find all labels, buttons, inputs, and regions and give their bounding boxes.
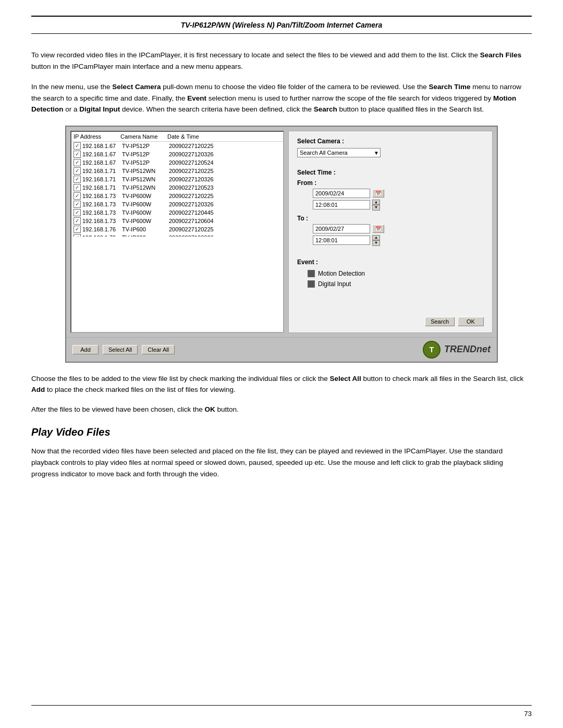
bold-select-camera: Select Camera — [112, 83, 161, 91]
from-calendar-button[interactable]: 📅 — [372, 189, 384, 198]
clear-all-button[interactable]: Clear All — [142, 345, 175, 354]
row-date: 20090227120523 — [169, 184, 281, 191]
event-label: Event : — [297, 258, 484, 266]
row-camera: TV-IP600 — [122, 226, 169, 232]
row-checkbox[interactable]: ✓ — [74, 142, 81, 150]
row-checkbox[interactable]: ✓ — [74, 167, 81, 175]
dialog-inner: IP Address Camera Name Date & Time ✓ 192… — [66, 127, 497, 337]
to-time-down-button[interactable]: ▼ — [372, 240, 380, 245]
table-row[interactable]: ✓ 192.168.1.67 TV-IP512P 20090227120524 — [71, 158, 283, 167]
table-row[interactable]: ✓ 192.168.1.76 TV-IP600 20090227120225 — [71, 225, 283, 233]
search-button[interactable]: Search — [425, 317, 455, 326]
to-time-input[interactable] — [313, 236, 370, 245]
from-time-input[interactable] — [313, 200, 370, 209]
row-camera: TV-IP512WN — [122, 168, 169, 174]
camera-select[interactable]: Search All Camera 192.168.1.67 192.168.1… — [297, 148, 381, 157]
to-time-row: ▲ ▼ — [313, 235, 484, 246]
row-checkbox[interactable]: ✓ — [74, 209, 81, 216]
row-ip: 192.168.1.73 — [82, 201, 122, 207]
row-checkbox[interactable]: ✓ — [74, 159, 81, 166]
bold-search: Search — [314, 105, 337, 113]
row-checkbox[interactable]: ✓ — [74, 184, 81, 191]
row-date: 20090227120225 — [169, 226, 281, 232]
table-row[interactable]: ✓ 192.168.1.67 TV-IP512P 20090227120225 — [71, 142, 283, 150]
bold-add: Add — [31, 386, 45, 393]
file-table-body: ✓ 192.168.1.67 TV-IP512P 20090227120225 … — [71, 142, 283, 237]
digital-input-option[interactable]: Digital Input — [308, 280, 484, 288]
row-camera: TV-IP600W — [122, 209, 169, 216]
footer-rule — [31, 705, 532, 706]
row-checkbox[interactable]: ✓ — [74, 217, 81, 225]
row-ip: 192.168.1.76 — [82, 226, 122, 232]
col-header-date: Date & Time — [167, 133, 281, 140]
table-row[interactable]: ✓ 192.168.1.71 TV-IP512WN 20090227120225 — [71, 167, 283, 175]
row-camera: TV-IP512WN — [122, 176, 169, 182]
table-row[interactable]: ✓ 192.168.1.71 TV-IP512WN 20090227120523 — [71, 183, 283, 192]
file-list-panel: IP Address Camera Name Date & Time ✓ 192… — [70, 131, 284, 333]
row-ip: 192.168.1.71 — [82, 176, 122, 182]
svg-text:T: T — [430, 346, 434, 354]
from-time-down-button[interactable]: ▼ — [372, 205, 380, 210]
row-ip: 192.168.1.67 — [82, 143, 122, 149]
row-checkbox[interactable]: ✓ — [74, 151, 81, 158]
follow-up-para-2: After the files to be viewed have been c… — [31, 404, 532, 415]
to-time-spinner: ▲ ▼ — [372, 235, 380, 246]
camera-dropdown-row: Search All Camera 192.168.1.67 192.168.1… — [297, 148, 484, 157]
table-row[interactable]: ✓ 192.168.1.73 TV-IP600W 20090227120604 — [71, 217, 283, 225]
row-date: 20090227120524 — [169, 159, 281, 166]
row-camera: TV-IP512P — [122, 159, 169, 166]
from-date-input[interactable] — [313, 189, 370, 198]
col-header-name: Camera Name — [120, 133, 167, 140]
row-date: 20090227120225 — [169, 143, 281, 149]
trendnet-logo: T TRENDnet — [422, 340, 491, 359]
row-camera: TV-IP512P — [122, 143, 169, 149]
intro-para-2: In the new menu, use the Select Camera p… — [31, 81, 532, 115]
row-ip: 192.168.1.73 — [82, 209, 122, 216]
motion-detection-label: Motion Detection — [318, 270, 365, 277]
footer-page-number: 73 — [0, 710, 563, 728]
row-ip: 192.168.1.73 — [82, 218, 122, 224]
table-row[interactable]: ✓ 192.168.1.73 TV-IP600W 20090227120326 — [71, 200, 283, 208]
row-checkbox[interactable]: ✓ — [74, 192, 81, 200]
to-time-up-button[interactable]: ▲ — [372, 235, 380, 240]
from-time-up-button[interactable]: ▲ — [372, 200, 380, 205]
row-camera: TV-IP512P — [122, 151, 169, 157]
select-all-button[interactable]: Select All — [103, 345, 138, 354]
digital-input-checkbox[interactable] — [308, 280, 315, 288]
motion-detection-checkbox[interactable] — [308, 270, 315, 277]
from-label: From : — [297, 179, 484, 187]
row-checkbox[interactable]: ✓ — [74, 176, 81, 183]
dialog-bottom-bar: Add Select All Clear All T TRENDnet — [66, 337, 497, 362]
add-button[interactable]: Add — [72, 345, 99, 354]
select-time-section: Select Time : From : 📅 ▲ — [297, 166, 484, 246]
table-row[interactable]: ✓ 192.168.1.73 TV-IP600W 20090227120445 — [71, 208, 283, 217]
to-date-input[interactable] — [313, 224, 370, 233]
row-camera: TV-IP600W — [122, 193, 169, 199]
to-date-row: 📅 — [313, 224, 484, 233]
bold-search-files: Search Files — [480, 51, 522, 59]
table-row[interactable]: ✓ 192.168.1.73 TV-IP600W 20090227120225 — [71, 192, 283, 200]
trendnet-logo-icon: T — [422, 340, 441, 359]
bold-digital-input: Digital Input — [79, 105, 120, 113]
ok-button[interactable]: OK — [458, 317, 484, 326]
col-header-ip: IP Address — [74, 133, 120, 140]
trendnet-text: TRENDnet — [444, 344, 491, 355]
row-date: 20090227120604 — [169, 218, 281, 224]
bold-select-all: Select All — [330, 375, 361, 382]
row-date: 20090227120445 — [169, 209, 281, 216]
row-checkbox[interactable]: ✓ — [74, 201, 81, 208]
row-checkbox[interactable]: ✓ — [74, 226, 81, 233]
table-row[interactable]: ✓ 192.168.1.71 TV-IP512WN 20090227120326 — [71, 175, 283, 183]
follow-up-para-1: Choose the files to be added to the view… — [31, 373, 532, 396]
row-date: 20090227120326 — [169, 176, 281, 182]
event-section: Event : Motion Detection Digital Input — [297, 255, 484, 288]
motion-detection-option[interactable]: Motion Detection — [308, 270, 484, 277]
page-container: TV-IP612P/WN (Wireless N) Pan/Tilt/Zoom … — [0, 0, 563, 728]
dialog-screenshot: IP Address Camera Name Date & Time ✓ 192… — [65, 126, 498, 363]
select-camera-label: Select Camera : — [297, 138, 484, 145]
from-date-row: 📅 — [313, 189, 484, 198]
to-calendar-button[interactable]: 📅 — [372, 225, 384, 233]
section-para: Now that the recorded video files have b… — [31, 446, 532, 479]
table-row[interactable]: ✓ 192.168.1.67 TV-IP512P 20090227120326 — [71, 150, 283, 158]
to-section: To : 📅 ▲ ▼ — [297, 215, 484, 246]
